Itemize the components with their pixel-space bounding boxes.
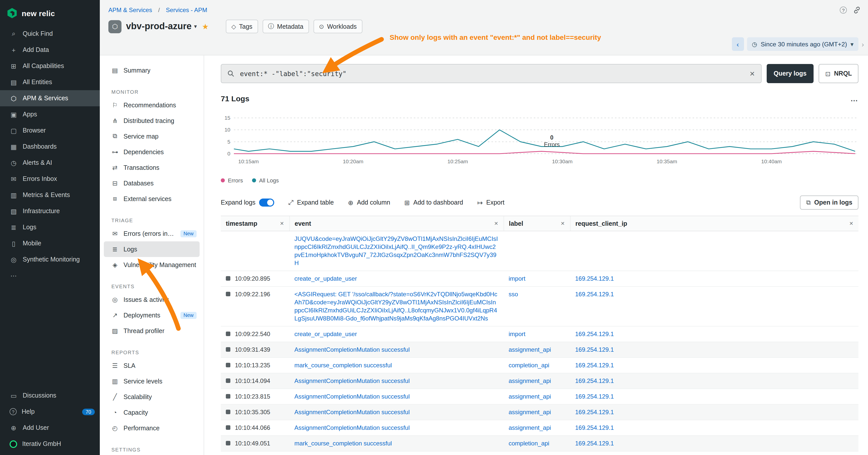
- sidebar-item-dashboards[interactable]: ▦Dashboards: [0, 138, 100, 155]
- breadcrumb-services-apm[interactable]: Services - APM: [166, 6, 207, 13]
- sidebar-item-logs[interactable]: ≣Logs: [0, 219, 100, 235]
- subnav-item-deployments[interactable]: ↗DeploymentsNew: [104, 307, 199, 323]
- clear-query-icon[interactable]: ✕: [749, 70, 755, 77]
- subnav-item-external-services[interactable]: ⧈External services: [104, 191, 199, 206]
- sidebar-item-all-entities[interactable]: ▤All Entities: [0, 74, 100, 90]
- subnav-item-sla[interactable]: ☰SLA: [104, 358, 199, 373]
- logs-more-menu-icon[interactable]: …: [850, 94, 859, 103]
- ip-link[interactable]: 169.254.129.1: [575, 440, 614, 447]
- subnav-item-databases[interactable]: ⊟Databases: [104, 175, 199, 191]
- log-row[interactable]: 10:10:14.094AssignmentCompletionMutation…: [221, 373, 859, 389]
- event-link[interactable]: JUQVU&code=eyJraWQiOiJjcGltY29yZV8wOTl1M…: [294, 235, 498, 266]
- breadcrumb-apm-services[interactable]: APM & Services: [108, 6, 152, 13]
- add-column-button[interactable]: ⊕ Add column: [348, 199, 390, 206]
- remove-column-icon[interactable]: ✕: [560, 221, 565, 226]
- log-row[interactable]: 10:10:49.051mark_course_completion succe…: [221, 435, 859, 451]
- label-link[interactable]: import: [508, 275, 526, 282]
- copy-link-icon[interactable]: [853, 6, 861, 14]
- time-range-button[interactable]: ◷ Since 30 minutes ago (GMT+2) ▾: [747, 37, 859, 51]
- sidebar-item-metrics-events[interactable]: ▥Metrics & Events: [0, 187, 100, 203]
- subnav-item-errors-errors-inb[interactable]: ✉Errors (errors inb...New: [104, 226, 199, 241]
- sidebar-item-quick-find[interactable]: ⌕Quick Find: [0, 26, 100, 42]
- label-link[interactable]: assignment_api: [508, 378, 551, 385]
- subnav-item-transactions[interactable]: ⇄Transactions: [104, 160, 199, 175]
- event-link[interactable]: AssignmentCompletionMutation successful: [294, 346, 410, 353]
- log-row[interactable]: 10:11:00.311AssignmentCompletionMutation…: [221, 451, 859, 455]
- subnav-item-logs[interactable]: ≣Logs: [104, 241, 199, 257]
- subnav-item-summary[interactable]: ▤Summary: [104, 63, 199, 78]
- expand-table-button[interactable]: ⤢ Expand table: [288, 198, 334, 206]
- subnav-item-service-levels[interactable]: ▥Service levels: [104, 373, 199, 389]
- log-row[interactable]: 10:10:13.235mark_course_completion succe…: [221, 358, 859, 373]
- ip-link[interactable]: 169.254.129.1: [575, 291, 614, 298]
- ip-link[interactable]: 169.254.129.1: [575, 346, 614, 353]
- subnav-item-issues-activity[interactable]: ◎Issues & activity: [104, 292, 199, 307]
- column-header-request-client-ip[interactable]: request_client_ip✕: [570, 216, 859, 231]
- sidebar-item-alerts-ai[interactable]: ◷Alerts & AI: [0, 155, 100, 171]
- time-prev-button[interactable]: ‹: [732, 37, 744, 51]
- ip-link[interactable]: 169.254.129.1: [575, 378, 614, 385]
- label-link[interactable]: assignment_api: [508, 346, 551, 353]
- tags-button[interactable]: ◇ Tags: [226, 20, 258, 33]
- help-icon[interactable]: ?: [840, 6, 847, 13]
- label-link[interactable]: import: [508, 330, 526, 337]
- add-to-dashboard-button[interactable]: ⊞ Add to dashboard: [404, 199, 463, 206]
- event-link[interactable]: create_or_update_user: [294, 275, 357, 282]
- log-row[interactable]: 10:10:44.066AssignmentCompletionMutation…: [221, 420, 859, 435]
- time-next-button[interactable]: ›: [862, 40, 864, 48]
- column-header-timestamp[interactable]: timestamp✕: [221, 216, 289, 231]
- sidebar-item-more[interactable]: ⋯: [0, 267, 100, 284]
- sidebar-item-iterativ-gmbh[interactable]: Iterativ GmbH: [0, 436, 100, 452]
- legend-errors[interactable]: Errors: [221, 177, 243, 184]
- ip-link[interactable]: 169.254.129.1: [575, 362, 614, 369]
- remove-column-icon[interactable]: ✕: [494, 221, 498, 226]
- subnav-item-scalability[interactable]: ╱Scalability: [104, 389, 199, 404]
- legend-all-logs[interactable]: All Logs: [252, 177, 279, 184]
- label-link[interactable]: assignment_api: [508, 409, 551, 416]
- sidebar-item-errors-inbox[interactable]: ✉Errors Inbox: [0, 171, 100, 187]
- open-in-logs-button[interactable]: ⧉ Open in logs: [800, 195, 859, 209]
- ip-link[interactable]: 169.254.129.1: [575, 424, 614, 431]
- event-link[interactable]: AssignmentCompletionMutation successful: [294, 424, 410, 431]
- ip-link[interactable]: 169.254.129.1: [575, 393, 614, 400]
- query-logs-button[interactable]: Query logs: [767, 64, 814, 83]
- subnav-item-recommendations[interactable]: ⚐Recommendations: [104, 97, 199, 113]
- sidebar-item-add-data[interactable]: +Add Data: [0, 42, 100, 58]
- subnav-item-dependencies[interactable]: ⊶Dependencies: [104, 144, 199, 160]
- log-row[interactable]: 10:09:22.540create_or_update_userimport1…: [221, 326, 859, 342]
- ip-link[interactable]: 169.254.129.1: [575, 330, 614, 337]
- ip-link[interactable]: 169.254.129.1: [575, 275, 614, 282]
- expand-logs-toggle[interactable]: [259, 198, 274, 206]
- sidebar-item-synthetic-monitoring[interactable]: ◎Synthetic Monitoring: [0, 252, 100, 267]
- log-row[interactable]: 10:09:20.895create_or_update_userimport1…: [221, 271, 859, 287]
- column-header-event[interactable]: event✕: [289, 216, 503, 231]
- subnav-item-thread-profiler[interactable]: ▨Thread profiler: [104, 323, 199, 338]
- sidebar-item-discussions[interactable]: ▭Discussions: [0, 388, 100, 403]
- sidebar-item-apps[interactable]: ▣Apps: [0, 106, 100, 123]
- log-row[interactable]: 10:09:31.439AssignmentCompletionMutation…: [221, 342, 859, 358]
- log-row[interactable]: 10:10:23.815AssignmentCompletionMutation…: [221, 389, 859, 404]
- log-row[interactable]: JUQVU&code=eyJraWQiOiJjcGltY29yZV8wOTl1M…: [221, 231, 859, 271]
- event-link[interactable]: AssignmentCompletionMutation successful: [294, 409, 410, 416]
- label-link[interactable]: sso: [508, 291, 518, 298]
- event-link[interactable]: create_or_update_user: [294, 330, 357, 337]
- entity-chevron-down-icon[interactable]: ▾: [194, 23, 197, 30]
- label-link[interactable]: completion_api: [508, 362, 549, 369]
- ip-link[interactable]: 169.254.129.1: [575, 409, 614, 416]
- sidebar-item-browser[interactable]: ▢Browser: [0, 123, 100, 138]
- event-link[interactable]: mark_course_completion successful: [294, 362, 392, 369]
- subnav-item-vulnerability-management[interactable]: ◈Vulnerability Management: [104, 257, 199, 272]
- remove-column-icon[interactable]: ✕: [280, 221, 284, 226]
- sidebar-item-apm-services[interactable]: ⬡APM & Services: [0, 90, 100, 106]
- label-link[interactable]: completion_api: [508, 440, 549, 447]
- entity-name[interactable]: vbv-prod-azure: [126, 21, 191, 32]
- subnav-item-performance[interactable]: ◴Performance: [104, 420, 199, 436]
- subnav-item-service-map[interactable]: ⧉Service map: [104, 129, 199, 144]
- sidebar-item-add-user[interactable]: ⊕Add User: [0, 420, 100, 436]
- log-row[interactable]: 10:09:22.196<ASGIRequest: GET '/sso/call…: [221, 287, 859, 326]
- new-relic-logo[interactable]: new relic: [0, 0, 100, 22]
- export-button[interactable]: ↦ Export: [477, 199, 504, 206]
- label-link[interactable]: assignment_api: [508, 393, 551, 400]
- metadata-button[interactable]: ⓘ Metadata: [262, 20, 309, 33]
- column-header-label[interactable]: label✕: [503, 216, 570, 231]
